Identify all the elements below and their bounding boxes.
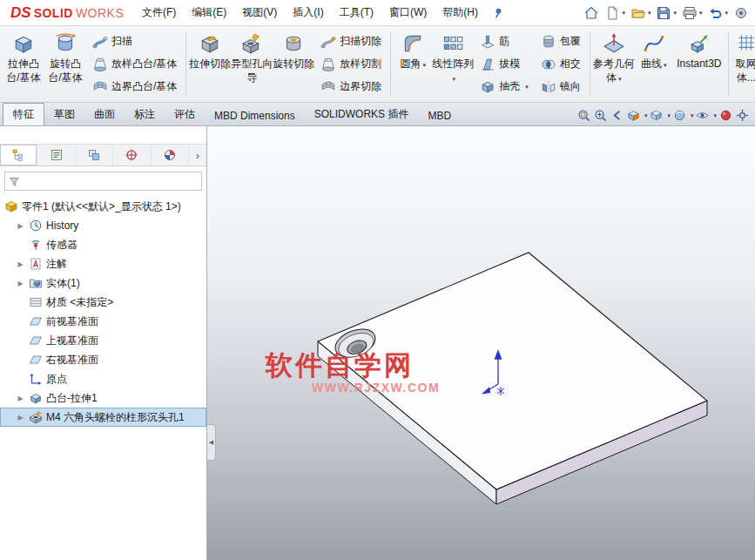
dropdown-arrow-icon[interactable]: ▾	[725, 10, 728, 17]
filter-funnel-icon	[9, 176, 20, 187]
ribbon-button-shell[interactable]: 抽壳▾	[477, 76, 531, 98]
menu-help[interactable]: 帮助(H)	[435, 1, 486, 24]
feature-manager-tree-tab[interactable]	[0, 145, 37, 165]
ribbon-button-hole-wizard[interactable]: 异型孔向导	[231, 28, 273, 100]
tree-filter-input[interactable]	[24, 173, 198, 189]
expand-arrow-icon[interactable]: ▶	[16, 395, 25, 402]
tree-item-front-plane[interactable]: 前视基准面	[0, 312, 206, 331]
dropdown-arrow-icon[interactable]: ▾	[618, 76, 622, 82]
menu-view[interactable]: 视图(V)	[234, 1, 285, 24]
tree-root-part[interactable]: 零件1 (默认<<默认>_显示状态 1>)	[0, 197, 206, 216]
ribbon-button-clipped[interactable]: 取网体...	[731, 28, 755, 100]
ribbon-button-boundary-boss[interactable]: 边界凸台/基体	[90, 76, 179, 98]
menu-tools[interactable]: 工具(T)	[332, 1, 381, 24]
hide-show-items-button[interactable]	[695, 108, 710, 123]
ribbon-button-instant3d[interactable]: Instant3D	[673, 28, 725, 100]
dropdown-arrow-icon[interactable]: ▾	[622, 10, 625, 17]
options-button[interactable]	[731, 4, 752, 22]
edit-appearance-button[interactable]	[718, 108, 733, 123]
dropdown-arrow-icon[interactable]: ▾	[713, 112, 717, 119]
dropdown-arrow-icon[interactable]: ▾	[673, 10, 677, 17]
tree-item-label: 凸台-拉伸1	[46, 391, 98, 406]
ribbon-button-extruded-cut[interactable]: 拉伸切除	[189, 28, 231, 100]
tree-item-origin[interactable]: 原点	[0, 369, 206, 388]
pin-menu-icon[interactable]	[491, 6, 504, 19]
expand-arrow-icon[interactable]: ▶	[16, 260, 25, 268]
ribbon-button-lofted-cut[interactable]: 放样切割	[318, 53, 384, 75]
configuration-manager-tab[interactable]	[76, 145, 113, 165]
panel-splitter-handle[interactable]: ◀	[207, 424, 216, 461]
tree-item-solid-bodies[interactable]: ▶ 实体(1)	[0, 273, 206, 293]
ribbon-label: 圆角	[401, 57, 421, 70]
property-manager-tab[interactable]	[37, 145, 75, 165]
ribbon-button-revolved-boss[interactable]: 旋转凸台/基体	[44, 28, 86, 100]
tree-item-material[interactable]: 材质 <未指定>	[0, 293, 206, 312]
ribbon-button-mirror[interactable]: 镜向	[538, 76, 583, 98]
ribbon-button-linear-pattern[interactable]: 线性阵列▾	[432, 28, 474, 100]
dropdown-arrow-icon[interactable]: ▾	[453, 76, 456, 82]
dimxpert-manager-tab[interactable]	[113, 145, 151, 165]
undo-button[interactable]: ▾	[704, 4, 731, 22]
ribbon-button-extruded-boss[interactable]: 拉伸凸台/基体	[3, 28, 44, 100]
tab-evaluate[interactable]: 评估	[165, 104, 205, 125]
dropdown-arrow-icon[interactable]: ▾	[667, 112, 671, 119]
tab-solidworks-addins[interactable]: SOLIDWORKS 插件	[305, 104, 419, 125]
graphics-area[interactable]: 软件自学网 WWW.RJZXW.COM ◀	[207, 126, 755, 560]
tree-item-top-plane[interactable]: 上视基准面	[0, 331, 206, 350]
tree-item-sensors[interactable]: 传感器	[0, 235, 206, 254]
ribbon-button-reference-geometry[interactable]: 参考几何体▾	[593, 28, 635, 100]
ribbon-button-swept-boss[interactable]: 扫描	[90, 30, 179, 52]
section-view-button[interactable]	[626, 108, 641, 123]
ribbon-button-rib[interactable]: 筋	[477, 30, 531, 52]
home-button[interactable]	[581, 4, 602, 22]
dropdown-arrow-icon[interactable]: ▾	[525, 84, 529, 91]
display-style-button[interactable]	[672, 108, 687, 123]
ribbon-button-wrap[interactable]: 包覆	[538, 30, 583, 52]
ribbon-label: 镜向	[560, 79, 581, 94]
previous-view-button[interactable]	[610, 108, 624, 123]
tab-annotate[interactable]: 标注	[125, 104, 165, 125]
expand-arrow-icon[interactable]: ▶	[16, 414, 25, 422]
tab-sketch[interactable]: 草图	[44, 104, 84, 125]
tree-item-annotations[interactable]: ▶ 注解	[0, 254, 206, 273]
dropdown-arrow-icon[interactable]: ▾	[699, 10, 703, 17]
dropdown-arrow-icon[interactable]: ▾	[423, 62, 427, 68]
zoom-to-area-button[interactable]	[593, 108, 608, 123]
view-orientation-button[interactable]	[649, 108, 664, 123]
ribbon-button-revolved-cut[interactable]: 旋转切除	[273, 28, 314, 100]
ribbon-button-curves[interactable]: 曲线▾	[635, 28, 673, 100]
ribbon-button-fillet[interactable]: 圆角▾	[394, 28, 432, 100]
menu-edit[interactable]: 编辑(E)	[184, 1, 234, 24]
menu-window[interactable]: 窗口(W)	[381, 1, 435, 24]
display-manager-tab[interactable]	[152, 145, 189, 165]
ribbon-button-draft[interactable]: 拔模	[477, 53, 531, 75]
zoom-to-fit-button[interactable]	[576, 108, 591, 123]
tab-surfaces[interactable]: 曲面	[84, 104, 125, 125]
ribbon-button-boundary-cut[interactable]: 边界切除	[318, 76, 384, 98]
ribbon-button-swept-cut[interactable]: 扫描切除	[318, 30, 384, 52]
menu-insert[interactable]: 插入(I)	[285, 1, 331, 24]
tab-mbd[interactable]: MBD	[418, 106, 461, 125]
tab-mbd-dimensions[interactable]: MBD Dimensions	[205, 106, 305, 125]
wrap-intersect-mirror-buttons: 包覆 相交 镜向	[535, 28, 587, 100]
expand-arrow-icon[interactable]: ▶	[16, 280, 25, 287]
open-button[interactable]: ▾	[628, 4, 654, 22]
menu-file[interactable]: 文件(F)	[134, 1, 184, 24]
new-document-button[interactable]: ▾	[602, 4, 628, 22]
tree-item-right-plane[interactable]: 右视基准面	[0, 350, 206, 369]
tab-features[interactable]: 特征	[3, 103, 44, 125]
ribbon-button-lofted-boss[interactable]: 放样凸台/基体	[90, 53, 179, 75]
tree-item-history[interactable]: ▶ History	[0, 216, 206, 235]
panel-overflow-chevron-icon[interactable]: ›	[189, 145, 206, 165]
save-button[interactable]: ▾	[653, 4, 679, 22]
dropdown-arrow-icon[interactable]: ▾	[691, 112, 694, 119]
view-settings-button[interactable]	[735, 108, 750, 123]
print-button[interactable]: ▾	[679, 4, 705, 22]
tree-item-counterbore-hole1[interactable]: ▶ M4 六角头螺栓的柱形沉头孔1	[0, 408, 206, 427]
expand-arrow-icon[interactable]: ▶	[16, 222, 25, 230]
ribbon-button-intersect[interactable]: 相交	[538, 53, 583, 75]
dropdown-arrow-icon[interactable]: ▾	[664, 62, 667, 68]
dropdown-arrow-icon[interactable]: ▾	[644, 112, 648, 119]
tree-item-boss-extrude1[interactable]: ▶ 凸台-拉伸1	[0, 388, 206, 408]
dropdown-arrow-icon[interactable]: ▾	[648, 10, 651, 17]
